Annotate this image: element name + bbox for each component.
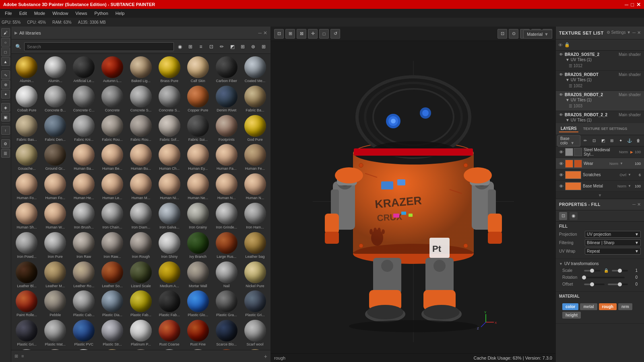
material-item[interactable]: Iron Brush... [70, 202, 98, 230]
vp-light[interactable]: □ [319, 29, 329, 39]
layer-vis-4[interactable]: 👁 [559, 184, 564, 189]
material-item[interactable]: Plastic Dia... [99, 290, 126, 318]
layer-item-wear[interactable]: 👁 Wear Norm ▼ 100 [556, 158, 644, 169]
material-item[interactable]: Plastic Glo... [184, 290, 212, 318]
base-colo-dropdown[interactable]: Base colo ▼ [557, 135, 580, 146]
uv-transform-arrow[interactable]: ▼ [559, 262, 563, 266]
assets-bottom-grid[interactable]: ⊞ [14, 354, 18, 359]
maximize-button[interactable]: □ [631, 2, 634, 8]
material-item[interactable]: Human Ch... [155, 143, 183, 172]
layers-group[interactable]: ⊞ [608, 137, 616, 145]
layer-vis-2[interactable]: 👁 [559, 161, 564, 166]
tool-settings[interactable]: ⚙ [1, 139, 10, 148]
material-item[interactable]: Fabric Rou... [99, 114, 126, 143]
material-item[interactable]: Human Ne... [184, 173, 212, 201]
texture-set-brazo-soste-2[interactable]: 👁 BRAZO_SOSTE_2 Main shader ▼ UV Tiles (… [556, 51, 644, 71]
material-item[interactable]: Ivy Branch [184, 231, 212, 260]
tab-texture-set-settings[interactable]: TEXTURE SET SETTINGS [582, 126, 629, 132]
badge-height[interactable]: height [562, 312, 581, 319]
tool-picker[interactable]: ✦ [1, 90, 10, 99]
tool-decal[interactable]: ◈ [1, 103, 10, 112]
badge-color[interactable]: color [562, 303, 578, 310]
menu-python[interactable]: Python [91, 10, 111, 16]
material-item[interactable]: Leather M... [41, 261, 69, 289]
tool-texture[interactable]: ⊞ [238, 42, 247, 51]
material-item[interactable]: Platinum P... [127, 319, 155, 348]
material-item[interactable]: Human Fo... [41, 173, 69, 201]
badge-rough[interactable]: rough [599, 303, 617, 310]
material-item[interactable]: Brass Pure [155, 56, 183, 84]
prop-uvwrap-dropdown[interactable]: Repeat ▼ [585, 248, 641, 255]
menu-views[interactable]: Views [72, 10, 90, 16]
tool-sphere-view[interactable]: ◉ [175, 42, 184, 51]
material-item[interactable]: Plastic PVC [70, 319, 98, 348]
material-item[interactable]: Human Ni... [155, 173, 183, 201]
layer-item-base-metal[interactable]: 👁 Base Metal Norm ▼ 100 [556, 181, 644, 192]
uv-rotation-slider[interactable] [584, 277, 625, 278]
layer-item-scratches[interactable]: 👁 Scratches Ovrl ▼ 6 [556, 169, 644, 181]
material-selector[interactable]: Material ▼ [523, 30, 552, 39]
material-item[interactable]: Autumn L... [99, 56, 126, 84]
material-item[interactable]: Human W... [41, 202, 69, 230]
tab-layers[interactable]: LAYERS [559, 125, 578, 132]
uv-scale-slider2[interactable] [612, 270, 628, 272]
material-item[interactable]: Plastic Cab... [70, 290, 98, 318]
material-item[interactable]: Iron Pure [41, 231, 69, 260]
tool-extra[interactable]: ☰ [1, 149, 10, 158]
material-item[interactable]: Iron Galva... [155, 202, 183, 230]
material-item[interactable]: Human Bu... [127, 143, 155, 172]
layer-vis-3[interactable]: 👁 [559, 173, 564, 177]
material-item[interactable]: Fabric Ba... [241, 85, 269, 113]
material-item[interactable]: Iron Grainy [184, 202, 212, 230]
tool-stencil[interactable]: ▣ [1, 113, 10, 121]
uv-offset-slider2[interactable] [608, 284, 628, 285]
layers-anchor[interactable]: ⚓ [625, 137, 634, 145]
material-item[interactable]: Iron Powd... [13, 231, 41, 260]
material-item[interactable]: Human N... [241, 173, 269, 201]
tool-brush[interactable]: ✏ [217, 42, 226, 51]
vp-tool1[interactable]: ⊡ [497, 29, 507, 39]
material-item[interactable]: Denim Rivet [213, 85, 240, 113]
material-item[interactable]: Copper Pure [184, 85, 212, 113]
badge-nrm[interactable]: nrm [618, 303, 632, 310]
tool-fill[interactable]: ▲ [1, 57, 10, 66]
properties-close[interactable]: ✕ [637, 202, 641, 207]
material-item[interactable]: Ground Gr... [41, 143, 69, 172]
tool-filter[interactable]: ⊡ [207, 42, 216, 51]
material-item[interactable]: Fabric Sui... [184, 114, 212, 143]
menu-window[interactable]: Window [49, 10, 71, 16]
menu-mode[interactable]: Mode [31, 10, 49, 16]
vp-perspective[interactable]: ⊡ [274, 29, 284, 39]
material-item[interactable]: Rust Coarse [155, 319, 183, 348]
layers-mask[interactable]: ◩ [599, 137, 607, 145]
assets-close-button[interactable]: ✕ [263, 30, 267, 36]
material-item[interactable]: Large Rus... [213, 231, 240, 260]
tool-export[interactable]: ↑ [1, 126, 10, 135]
material-item[interactable]: Iron Shiny [155, 231, 183, 260]
material-item[interactable]: Footprints [213, 114, 240, 143]
material-item[interactable]: Iron Ham... [241, 202, 269, 230]
layer-vis-1[interactable]: 👁 [559, 150, 564, 154]
prop-fill-icon[interactable]: ⊡ [559, 212, 567, 220]
material-item[interactable]: Leather So... [99, 261, 126, 289]
material-item[interactable]: Concrete B... [41, 85, 69, 113]
material-item[interactable]: Carbon Fiber [213, 56, 240, 84]
material-item[interactable]: Plastic Gri... [241, 290, 269, 318]
material-item[interactable]: Fabric Sof... [155, 114, 183, 143]
material-item[interactable]: Nickel Pure [241, 261, 269, 289]
material-item[interactable]: Human He... [70, 173, 98, 201]
vp-grid[interactable]: ⊞ [285, 29, 295, 39]
material-item[interactable]: Mortar Wall [184, 261, 212, 289]
material-item[interactable]: Fabric Bas... [13, 114, 41, 143]
assets-header-arrow[interactable]: ▶ [14, 31, 18, 35]
material-item[interactable]: Cobalt Pure [13, 85, 41, 113]
prop-projection-dropdown[interactable]: UV projection ▼ [585, 231, 641, 238]
material-item[interactable]: Human Fe... [241, 143, 269, 172]
material-item[interactable]: Plastic Gri... [13, 319, 41, 348]
prop-filtering-dropdown[interactable]: Bilinear | Sharp ▼ [585, 239, 641, 246]
material-item[interactable]: Iron Rough [127, 231, 155, 260]
material-item[interactable]: God Pure [241, 114, 269, 143]
material-item[interactable]: Medium A... [155, 261, 183, 289]
material-item[interactable]: Gouache... [13, 143, 41, 172]
tool-alpha[interactable]: ◩ [228, 42, 237, 51]
